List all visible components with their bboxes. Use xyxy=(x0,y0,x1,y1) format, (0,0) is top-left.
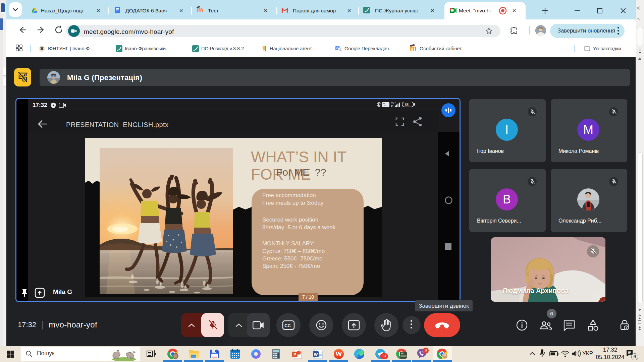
svg-text:Cyprus: 750€ – 850€/mo: Cyprus: 750€ – 850€/mo xyxy=(262,248,325,254)
svg-text:8hrs/day -5 or 6 days a week: 8hrs/day -5 or 6 days a week xyxy=(262,224,336,231)
svg-text:Free accommodation: Free accommodation xyxy=(262,192,316,198)
svg-text:Secured work position: Secured work position xyxy=(262,217,318,223)
svg-text:文: 文 xyxy=(339,48,342,51)
svg-text:LTE: LTE xyxy=(383,105,386,107)
svg-text:MONTHLY SALARY:: MONTHLY SALARY: xyxy=(262,240,315,247)
svg-text:P: P xyxy=(293,352,296,357)
svg-text:68: 68 xyxy=(405,103,409,107)
svg-text:For ME ??: For ME ?? xyxy=(276,167,326,178)
svg-text:Greece: 550€ -750€/mo: Greece: 550€ -750€/mo xyxy=(262,255,323,262)
svg-text:Spain: 250€ - 750€/mo: Spain: 250€ - 750€/mo xyxy=(262,263,320,269)
svg-text:Free meals up to 3x/day: Free meals up to 3x/day xyxy=(262,200,324,206)
svg-text:4G+: 4G+ xyxy=(391,101,396,104)
svg-text:CC: CC xyxy=(284,323,291,328)
svg-text:4?: 4? xyxy=(391,105,393,107)
svg-text:WHAT’S IN IT: WHAT’S IN IT xyxy=(251,148,346,166)
svg-text:W: W xyxy=(314,352,318,357)
